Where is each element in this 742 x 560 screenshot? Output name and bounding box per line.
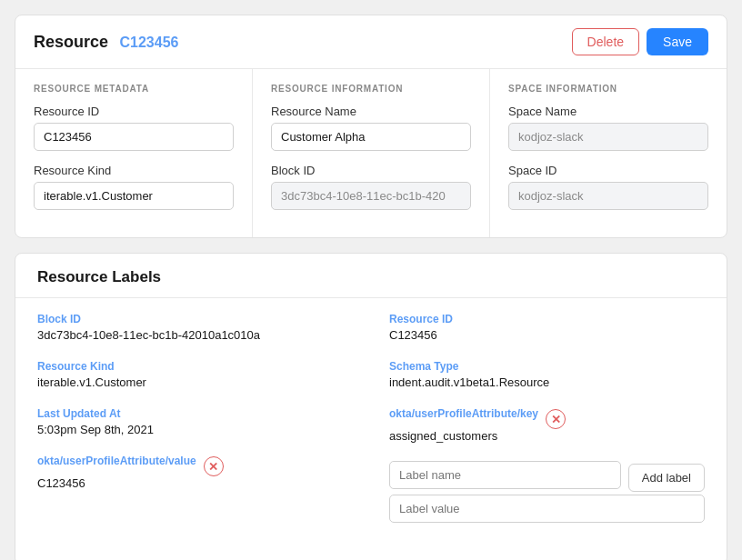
label-key-last-updated: Last Updated At (37, 407, 353, 420)
block-id-input (271, 182, 471, 210)
save-button[interactable]: Save (647, 28, 708, 55)
resource-kind-input[interactable] (34, 182, 234, 210)
labels-right-column: Resource ID C123456 Schema Type indent.a… (389, 313, 705, 546)
space-section-label: SPACE INFORMATION (508, 84, 708, 94)
block-id-field: Block ID (271, 164, 471, 210)
label-value-last-updated: 5:03pm Sep 8th, 2021 (37, 423, 353, 436)
labels-card-body: Block ID 3dc73bc4-10e8-11ec-bc1b-42010a1… (15, 298, 727, 560)
resource-label: Resource (34, 33, 108, 51)
label-value-resource-kind: iterable.v1.Customer (37, 375, 353, 389)
label-item-last-updated: Last Updated At 5:03pm Sep 8th, 2021 (37, 407, 353, 436)
labels-card: Resource Labels Block ID 3dc73bc4-10e8-1… (15, 253, 727, 560)
info-section-label: RESOURCE INFORMATION (271, 84, 471, 94)
label-row-okta-value: okta/userProfileAttribute/value ✕ (37, 455, 353, 476)
label-key-resource-kind: Resource Kind (37, 360, 353, 373)
label-item-resource-id: Resource ID C123456 (389, 313, 705, 342)
label-key-resource-id: Resource ID (389, 313, 705, 325)
delete-button[interactable]: Delete (572, 28, 639, 55)
resource-kind-field: Resource Kind (34, 164, 234, 210)
metadata-section-label: RESOURCE METADATA (34, 84, 234, 94)
label-name-input[interactable] (389, 461, 621, 489)
block-id-label: Block ID (271, 164, 471, 177)
resource-card: Resource C123456 Delete Save RESOURCE ME… (15, 15, 727, 238)
add-label-section: Add label (389, 461, 705, 528)
label-value-schema-type: indent.audit.v1beta1.Resource (389, 375, 705, 389)
space-id-input (508, 182, 708, 210)
labels-card-header: Resource Labels (15, 254, 727, 298)
space-name-label: Space Name (508, 105, 708, 118)
space-id-label: Space ID (508, 164, 708, 177)
label-item-okta-value: okta/userProfileAttribute/value ✕ C12345… (37, 455, 353, 490)
label-value-input[interactable] (389, 495, 705, 523)
resource-id-field: Resource ID (34, 105, 234, 151)
add-label-name-row: Add label (389, 461, 705, 495)
resource-id-label: Resource ID (34, 105, 234, 118)
labels-left-column: Block ID 3dc73bc4-10e8-11ec-bc1b-42010a1… (37, 313, 353, 546)
resource-card-body: RESOURCE METADATA Resource ID Resource K… (15, 69, 727, 237)
label-value-okta-value: C123456 (37, 476, 353, 490)
space-name-field: Space Name (508, 105, 708, 151)
label-key-okta-value: okta/userProfileAttribute/value (37, 455, 196, 470)
resource-card-header: Resource C123456 Delete Save (15, 15, 727, 69)
resource-name-label: Resource Name (271, 105, 471, 118)
label-row-okta-key: okta/userProfileAttribute/key ✕ (389, 407, 705, 429)
metadata-section: RESOURCE METADATA Resource ID Resource K… (15, 69, 253, 237)
label-value-resource-id: C123456 (389, 328, 705, 342)
remove-okta-value-button[interactable]: ✕ (204, 456, 224, 476)
space-information-section: SPACE INFORMATION Space Name Space ID (490, 69, 727, 237)
label-value-block-id: 3dc73bc4-10e8-11ec-bc1b-42010a1c010a (37, 328, 353, 342)
label-key-okta-key: okta/userProfileAttribute/key (389, 407, 538, 420)
label-value-okta-key: assigned_customers (389, 429, 705, 443)
label-item-resource-kind: Resource Kind iterable.v1.Customer (37, 360, 353, 389)
resource-information-section: RESOURCE INFORMATION Resource Name Block… (253, 69, 490, 237)
remove-okta-key-button[interactable]: ✕ (546, 409, 566, 429)
resource-title-area: Resource C123456 (34, 33, 178, 52)
label-item-block-id: Block ID 3dc73bc4-10e8-11ec-bc1b-42010a1… (37, 313, 353, 342)
header-buttons: Delete Save (572, 28, 708, 55)
resource-id-input[interactable] (34, 123, 234, 151)
add-label-button[interactable]: Add label (628, 464, 705, 492)
label-item-okta-key: okta/userProfileAttribute/key ✕ assigned… (389, 407, 705, 443)
resource-kind-label: Resource Kind (34, 164, 234, 177)
label-key-okta-value-text: okta/userProfileAttribute/value (37, 455, 196, 467)
resource-name-field: Resource Name (271, 105, 471, 151)
label-key-block-id: Block ID (37, 313, 353, 325)
label-item-schema-type: Schema Type indent.audit.v1beta1.Resourc… (389, 360, 705, 389)
labels-card-title: Resource Labels (37, 268, 705, 286)
label-key-schema-type: Schema Type (389, 360, 705, 373)
label-key-okta-key-text-wrap: okta/userProfileAttribute/key (389, 407, 538, 423)
space-id-field: Space ID (508, 164, 708, 210)
resource-name-input[interactable] (271, 123, 471, 151)
resource-id-display: C123456 (120, 35, 179, 50)
space-name-input (508, 123, 708, 151)
